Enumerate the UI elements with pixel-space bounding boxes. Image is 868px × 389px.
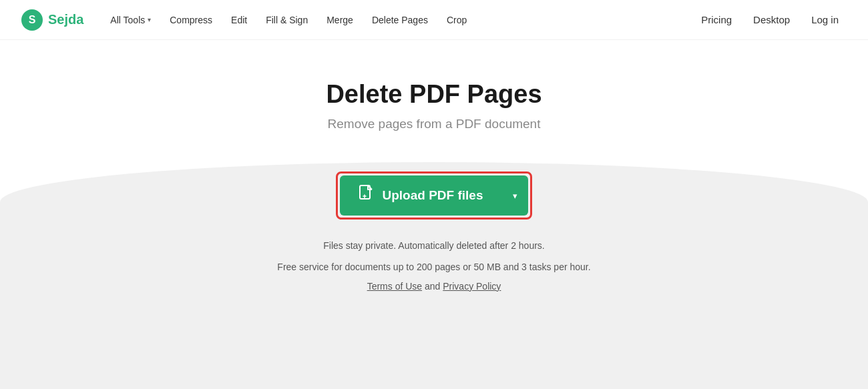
page-subtitle: Remove pages from a PDF document	[328, 117, 541, 131]
nav-all-tools[interactable]: All Tools ▾	[102, 9, 159, 31]
terms-of-use-link[interactable]: Terms of Use	[367, 281, 422, 292]
pdf-upload-icon	[359, 185, 375, 206]
main-content: Delete PDF Pages Remove pages from a PDF…	[0, 40, 868, 389]
nav-login[interactable]: Log in	[803, 9, 847, 31]
nav-right: Pricing Desktop Log in	[693, 9, 847, 31]
upload-area: Upload PDF files ▾	[336, 171, 533, 220]
nav-fill-sign[interactable]: Fill & Sign	[258, 9, 316, 31]
nav-compress[interactable]: Compress	[162, 9, 220, 31]
privacy-line2: Free service for documents up to 200 pag…	[277, 260, 590, 276]
privacy-line1: Files stay private. Automatically delete…	[323, 238, 545, 254]
upload-btn-label: Upload PDF files	[383, 188, 483, 203]
logo-text: Sejda	[48, 12, 83, 27]
nav-edit[interactable]: Edit	[223, 9, 255, 31]
page-title: Delete PDF Pages	[326, 80, 541, 109]
nav-desktop[interactable]: Desktop	[745, 9, 798, 31]
navbar: S Sejda All Tools ▾ Compress Edit Fill &…	[0, 0, 868, 40]
logo[interactable]: S Sejda	[21, 9, 83, 31]
footer-links: Terms of Use and Privacy Policy	[367, 281, 501, 292]
upload-btn-main: Upload PDF files	[340, 175, 502, 216]
nav-pricing[interactable]: Pricing	[693, 9, 740, 31]
privacy-policy-link[interactable]: Privacy Policy	[443, 281, 501, 292]
upload-btn-wrapper: Upload PDF files ▾	[336, 171, 533, 220]
logo-icon: S	[21, 9, 43, 31]
nav-delete-pages[interactable]: Delete Pages	[364, 9, 436, 31]
nav-links: All Tools ▾ Compress Edit Fill & Sign Me…	[102, 9, 693, 31]
upload-button[interactable]: Upload PDF files ▾	[340, 175, 529, 216]
nav-crop[interactable]: Crop	[439, 9, 475, 31]
chevron-down-icon: ▾	[148, 16, 151, 23]
content-area: Delete PDF Pages Remove pages from a PDF…	[0, 80, 868, 292]
upload-btn-dropdown-arrow[interactable]: ▾	[502, 181, 528, 210]
and-text: and	[422, 281, 443, 292]
nav-merge[interactable]: Merge	[318, 9, 361, 31]
